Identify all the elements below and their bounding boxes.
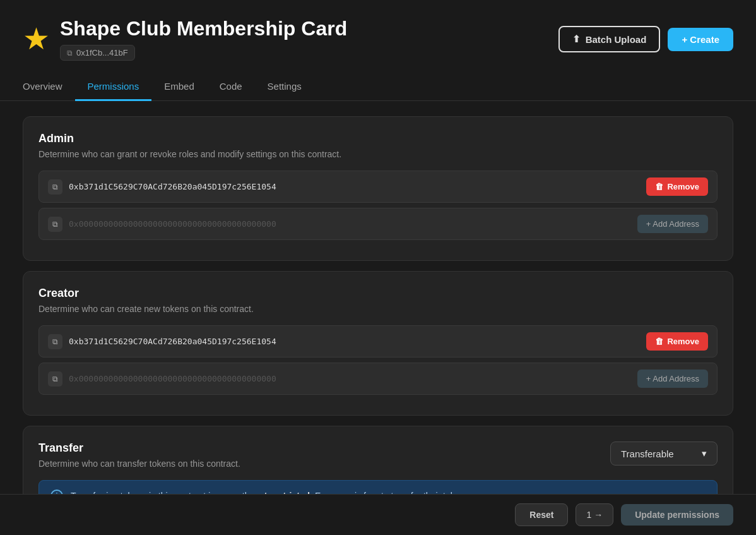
transferable-dropdown[interactable]: Transferable ▾ <box>610 442 718 466</box>
admin-address-row-1: ⧉ 0xb371d1C5629C70ACd726B20a045D197c256E… <box>38 171 718 203</box>
footer-bar: Reset 1 → Update permissions <box>0 494 756 535</box>
tab-overview[interactable]: Overview <box>23 73 75 101</box>
admin-address-placeholder: 0x00000000000000000000000000000000000000… <box>69 219 631 229</box>
copy-icon: ⧉ <box>67 49 73 57</box>
star-icon: ★ <box>23 24 50 54</box>
transfer-header-row: Transfer Determine who can transfer toke… <box>38 442 718 469</box>
admin-copy-button-2[interactable]: ⧉ <box>48 217 62 232</box>
tab-settings[interactable]: Settings <box>255 73 314 101</box>
tab-permissions[interactable]: Permissions <box>75 73 152 101</box>
tab-code[interactable]: Code <box>207 73 255 101</box>
admin-address-text-1: 0xb371d1C5629C70ACd726B20a045D197c256E10… <box>69 182 640 191</box>
contract-address-badge[interactable]: ⧉ 0x1fCb...41bF <box>60 45 135 61</box>
creator-copy-button-1[interactable]: ⧉ <box>48 334 62 349</box>
admin-section: Admin Determine who can grant or revoke … <box>23 116 733 261</box>
page-title: Shape Club Membership Card <box>60 18 347 40</box>
admin-title: Admin <box>38 132 718 145</box>
header-actions: ⬆ Batch Upload + Create <box>558 26 733 52</box>
page-header: ★ Shape Club Membership Card ⧉ 0x1fCb...… <box>0 0 756 73</box>
remove-icon-2: 🗑 <box>655 337 663 346</box>
creator-add-address-button[interactable]: + Add Address <box>637 370 708 388</box>
creator-address-row-2: ⧉ 0x000000000000000000000000000000000000… <box>38 363 718 395</box>
transfer-description: Determine who can transfer tokens on thi… <box>38 459 610 469</box>
batch-upload-icon: ⬆ <box>572 33 581 45</box>
create-button[interactable]: + Create <box>668 28 733 51</box>
creator-copy-button-2[interactable]: ⧉ <box>48 371 62 387</box>
nav-tabs: Overview Permissions Embed Code Settings <box>0 73 756 101</box>
admin-remove-button-1[interactable]: 🗑 Remove <box>646 177 708 196</box>
create-label: + Create <box>682 34 719 45</box>
title-group: Shape Club Membership Card ⧉ 0x1fCb...41… <box>60 18 347 61</box>
creator-remove-button-1[interactable]: 🗑 Remove <box>646 332 708 351</box>
chevron-down-icon: ▾ <box>702 448 707 459</box>
main-content: Admin Determine who can grant or revoke … <box>0 101 756 535</box>
header-left: ★ Shape Club Membership Card ⧉ 0x1fCb...… <box>23 18 347 61</box>
creator-description: Determine who can create new tokens on t… <box>38 304 718 314</box>
admin-address-row-2: ⧉ 0x000000000000000000000000000000000000… <box>38 208 718 240</box>
creator-address-text-1: 0xb371d1C5629C70ACd726B20a045D197c256E10… <box>69 337 640 346</box>
batch-upload-button[interactable]: ⬆ Batch Upload <box>558 26 661 52</box>
creator-address-placeholder: 0x00000000000000000000000000000000000000… <box>69 374 631 383</box>
reset-button[interactable]: Reset <box>515 503 568 526</box>
tab-embed[interactable]: Embed <box>151 73 207 101</box>
admin-description: Determine who can grant or revoke roles … <box>38 149 718 159</box>
step-button[interactable]: 1 → <box>576 503 613 526</box>
remove-icon-1: 🗑 <box>655 182 663 191</box>
creator-title: Creator <box>38 287 718 300</box>
admin-add-address-button[interactable]: + Add Address <box>637 215 708 233</box>
transferable-label: Transferable <box>621 448 674 459</box>
transfer-header-left: Transfer Determine who can transfer toke… <box>38 442 610 469</box>
address-short-text: 0x1fCb...41bF <box>76 48 128 57</box>
admin-copy-button-1[interactable]: ⧉ <box>48 179 62 195</box>
creator-section: Creator Determine who can create new tok… <box>23 271 733 416</box>
transfer-title: Transfer <box>38 442 610 455</box>
creator-address-row-1: ⧉ 0xb371d1C5629C70ACd726B20a045D197c256E… <box>38 325 718 358</box>
step-label: 1 → <box>586 510 603 520</box>
update-permissions-button[interactable]: Update permissions <box>621 504 733 526</box>
batch-upload-label: Batch Upload <box>586 34 647 45</box>
